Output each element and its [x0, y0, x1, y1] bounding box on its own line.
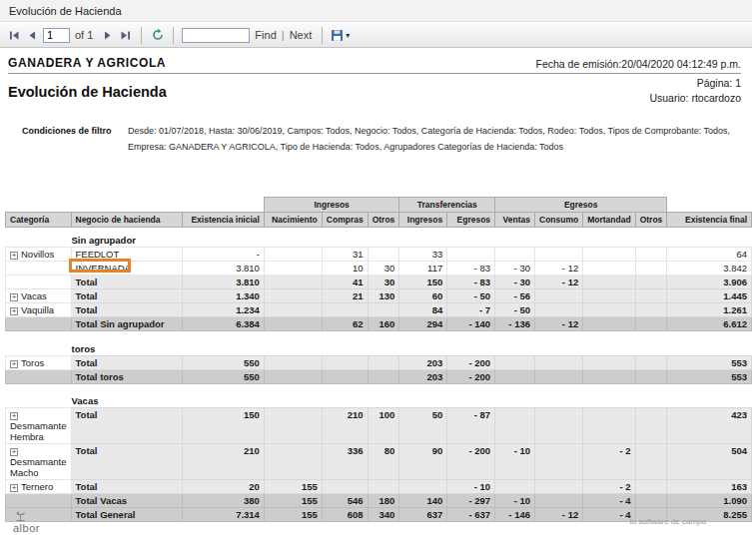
value-cell: 60	[399, 289, 447, 303]
page-number-label: Página: 1	[697, 77, 741, 89]
value-cell: 380	[183, 494, 265, 508]
highlight-box	[69, 259, 131, 273]
find-next-divider: |	[282, 29, 285, 41]
column-header: Ventas	[495, 213, 535, 228]
footer-tagline: tu software de campo	[630, 517, 706, 526]
value-cell: - 297	[447, 494, 495, 508]
negocio-cell: Total	[71, 303, 183, 317]
negocio-cell: Total	[71, 289, 183, 303]
table-row: Sin agrupador	[6, 228, 752, 248]
value-cell: - 7	[447, 303, 495, 317]
value-cell: - 136	[495, 317, 535, 331]
value-cell	[535, 355, 583, 369]
value-cell: 546	[322, 494, 368, 508]
value-cell	[535, 494, 583, 508]
value-cell: 504	[667, 444, 752, 480]
value-cell	[583, 303, 635, 317]
current-page-input[interactable]	[43, 28, 70, 43]
refresh-icon[interactable]	[150, 27, 165, 44]
value-cell: 3.842	[667, 262, 752, 276]
table-row: INVERNADA3.8101030117- 83- 30- 123.842	[6, 262, 752, 276]
emission-date-label: Fecha de emisión:20/04/2020 04:12:49 p.m…	[536, 58, 741, 70]
value-cell	[264, 355, 322, 369]
category-label: Desmamante Macho	[10, 456, 67, 478]
value-cell: 21	[322, 289, 368, 303]
filter-conditions-block: Condiciones de filtro Desde: 01/07/2018,…	[22, 124, 752, 155]
group-label: toros	[10, 343, 748, 354]
value-cell: 33	[399, 248, 447, 262]
filter-conditions-text: Desde: 01/07/2018, Hasta: 30/06/2019, Ca…	[128, 124, 745, 155]
expand-icon[interactable]: +	[10, 412, 18, 420]
category-cell	[6, 262, 72, 276]
value-cell	[322, 369, 368, 383]
value-cell: 100	[368, 408, 399, 444]
negocio-cell: Total Sin agrupador	[71, 317, 183, 331]
value-cell: 31	[322, 248, 368, 262]
category-cell	[6, 317, 72, 331]
value-cell: 3.906	[667, 276, 752, 289]
report-page: GANADERA Y AGRICOLA Fecha de emisión:20/…	[0, 48, 752, 560]
group-column-header: Egresos	[495, 198, 667, 213]
export-icon	[331, 29, 344, 42]
value-cell: 130	[368, 289, 399, 303]
value-cell: 180	[368, 494, 399, 508]
value-cell: 423	[667, 408, 752, 444]
value-cell	[264, 303, 322, 317]
first-page-icon[interactable]	[7, 27, 22, 44]
column-header: Existencia inicial	[183, 213, 265, 228]
column-header: Nacimiento	[264, 213, 322, 228]
value-cell	[264, 276, 322, 289]
next-page-icon[interactable]	[100, 27, 115, 44]
report-table: IngresosTransferenciasEgresosCategoríaNe…	[5, 197, 752, 522]
report-viewer-toolbar: of 1 Find | Next ▾	[0, 23, 752, 48]
value-cell	[495, 355, 535, 369]
value-cell	[264, 317, 322, 331]
value-cell: 160	[368, 317, 399, 331]
expand-icon[interactable]: +	[10, 448, 18, 456]
previous-page-icon[interactable]	[25, 27, 40, 44]
expand-icon[interactable]: +	[10, 484, 18, 492]
value-cell: - 140	[447, 317, 495, 331]
category-cell	[6, 494, 72, 508]
value-cell: - 83	[447, 262, 495, 276]
export-button[interactable]: ▾	[331, 27, 350, 44]
value-cell	[535, 289, 583, 303]
value-cell: 1.261	[667, 303, 752, 317]
value-cell: 140	[399, 494, 447, 508]
export-dropdown-caret[interactable]: ▾	[346, 31, 350, 40]
value-cell: - 12	[535, 317, 583, 331]
find-link[interactable]: Find	[255, 29, 276, 41]
value-cell: - 50	[495, 303, 535, 317]
value-cell	[322, 480, 368, 494]
value-cell: 84	[399, 303, 447, 317]
albor-brand-text: albor	[13, 522, 40, 534]
category-cell: +Ternero	[6, 480, 72, 494]
value-cell	[264, 369, 322, 383]
value-cell	[535, 303, 583, 317]
value-cell: - 637	[447, 508, 495, 522]
value-cell	[635, 289, 667, 303]
value-cell: - 12	[535, 262, 583, 276]
value-cell	[368, 248, 399, 262]
last-page-icon[interactable]	[118, 27, 133, 44]
expand-icon[interactable]: +	[10, 252, 18, 260]
value-cell	[583, 262, 635, 276]
value-cell: - 10	[447, 480, 495, 494]
expand-icon[interactable]: +	[10, 307, 18, 315]
value-cell: 150	[399, 276, 447, 289]
value-cell: 608	[322, 508, 368, 522]
next-link[interactable]: Next	[290, 29, 313, 41]
value-cell	[322, 303, 368, 317]
column-header: Otros	[368, 213, 399, 228]
page-count-label: of 1	[75, 29, 93, 41]
value-cell: 30	[368, 262, 399, 276]
value-cell	[495, 369, 535, 383]
find-text-input[interactable]	[182, 28, 250, 43]
value-cell: 1.234	[183, 303, 265, 317]
value-cell: 553	[667, 369, 752, 383]
value-cell: 210	[322, 408, 368, 444]
value-cell: - 50	[447, 289, 495, 303]
expand-icon[interactable]: +	[10, 293, 18, 301]
expand-icon[interactable]: +	[10, 360, 18, 368]
value-cell: 163	[667, 480, 752, 494]
